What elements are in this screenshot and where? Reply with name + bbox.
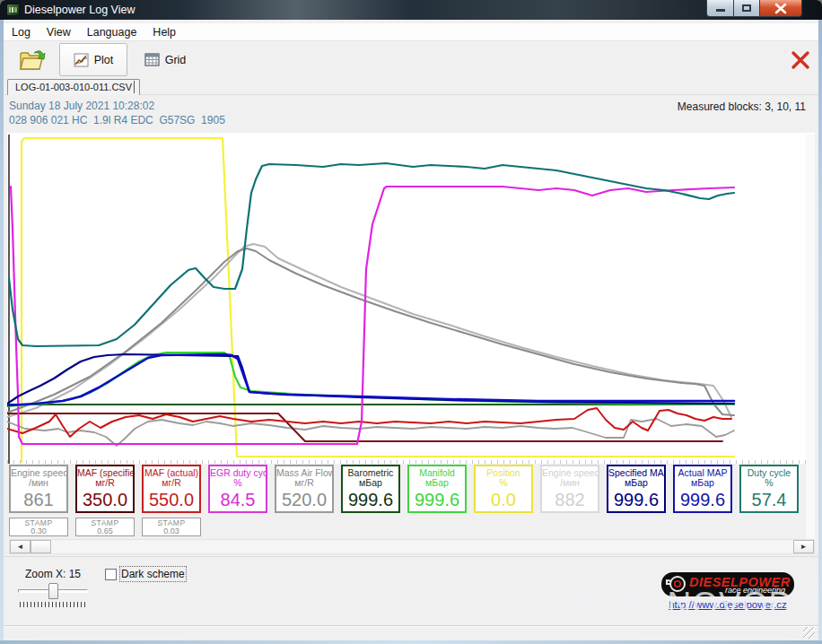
box-unit: /мин [542,478,598,488]
box-unit: мБар [343,478,398,488]
measurement-boxes: Engine speed /мин 861 MAF (specified) мг… [9,465,799,513]
box-unit: % [476,478,531,488]
box-maf-specified: MAF (specified) мг/R 350.0 [75,465,135,513]
stamp-2: STAMP 0.65 [75,518,135,536]
menu-help[interactable]: Help [144,24,184,40]
dark-scheme-checkbox[interactable] [105,569,117,580]
app-icon [6,4,20,16]
close-button[interactable] [760,0,802,17]
menu-view[interactable]: View [39,24,79,40]
log-plot[interactable] [7,133,815,464]
log-plot-canvas [7,133,815,464]
grid-button-label: Grid [165,54,187,66]
box-barometric: Barometric мБар 999.6 [341,465,400,513]
menu-language[interactable]: Language [79,24,145,40]
zoom-x-label: Zoom X: 15 [25,568,81,580]
box-unit: /мин [11,478,66,488]
box-egr-duty-cycle: EGR duty cycle % 84.5 [208,465,267,513]
grid-view-button[interactable]: Grid [136,43,194,76]
series-duty-cycle-line [9,163,734,346]
measured-blocks: Measured blocks: 3, 10, 11 [678,100,806,113]
scrollbar-thumb[interactable] [31,540,51,553]
box-value: 550.0 [144,488,199,511]
box-mass-air-flow: Mass Air Flow мг/R 520.0 [275,465,334,513]
box-unit: % [741,478,797,488]
toolbar: Plot Grid [4,41,818,79]
box-engine-speed-1: Engine speed /мин 861 [9,465,68,513]
close-icon [774,3,788,14]
dieselpower-link[interactable]: http://www.dieselpower.cz [661,599,794,610]
menu-bar: Log View Language Help [4,23,818,41]
open-file-button[interactable] [13,44,52,76]
window-border-left [0,20,4,644]
plot-button-label: Plot [94,54,114,66]
stamp-1: STAMP 0.30 [9,518,68,536]
box-engine-speed-2: Engine speed /мин 882 [540,465,599,513]
box-value: 882 [542,488,598,511]
dieselpower-logo: DIESELPOWER race engineering [661,572,794,596]
tab-log-file[interactable]: LOG-01-003-010-011.CSV [7,79,140,95]
grid-icon [144,53,160,66]
box-value: 999.6 [409,488,465,511]
box-unit: мг/R [144,478,199,488]
zoom-slider-ticks [20,602,86,607]
box-value: 999.6 [608,488,664,511]
scroll-right-button[interactable]: ► [793,540,814,553]
series-actual-map-line [7,354,734,405]
box-actual-map: Actual MAP мБар 999.6 [673,465,732,513]
close-log-button[interactable] [786,47,815,74]
plot-right-edge [806,135,815,540]
status-bar [4,625,818,640]
box-unit: мг/R [77,478,133,488]
box-maf-actual: MAF (actual) мг/R 550.0 [142,465,201,513]
box-unit: мБар [608,478,664,488]
plot-icon [74,53,89,67]
box-value: 350.0 [77,488,133,511]
resize-grip[interactable] [803,627,815,639]
box-value: 861 [11,488,66,511]
plot-view-button[interactable]: Plot [59,43,127,76]
box-unit: мг/R [276,478,332,488]
maximize-button[interactable] [734,0,760,17]
box-position: Position % 0.0 [474,465,533,513]
series-egr-duty-cycle-line [11,187,734,444]
tab-strip: LOG-01-003-010-011.CSV [4,79,818,95]
title-bar: Dieselpower Log View [0,0,822,20]
minimize-button[interactable] [706,0,734,17]
red-x-icon [790,49,811,71]
tab-divider [134,81,135,93]
stamp-value: 0.65 [76,527,134,535]
box-manifold: Manifold мБар 999.6 [407,465,467,513]
stamp-boxes: STAMP 0.30 STAMP 0.65 STAMP 0.03 [9,518,201,536]
log-datetime: Sunday 18 July 2021 10:28:02 [9,100,154,112]
box-value: 57.4 [741,488,797,511]
bottom-panel: Zoom X: 15 Dark scheme SHARANOVOD.RU DIE… [4,556,818,625]
info-bar: Sunday 18 July 2021 10:28:02 028 906 021… [4,95,818,133]
box-unit: мБар [409,478,465,488]
box-value: 0.0 [476,488,531,511]
window-title: Dieselpower Log View [24,4,135,16]
series-maf-actual-line [7,408,731,437]
menu-log[interactable]: Log [4,24,39,40]
minimize-icon [716,9,725,12]
window-border-right [818,20,822,644]
window-border-bottom [0,640,822,644]
dark-scheme-label[interactable]: Dark scheme [121,568,185,580]
logo-subtitle: race engineering [725,586,785,595]
open-folder-icon [18,48,47,73]
series-engine-speed-1-line [7,248,734,415]
scroll-left-button[interactable]: ◄ [10,540,31,553]
maximize-icon [742,4,751,12]
plot-horizontal-scrollbar[interactable]: ◄ ► [9,539,815,554]
box-value: 999.6 [343,488,398,511]
time-ruler [7,460,815,464]
app-window: Dieselpower Log View Log View Language H… [0,0,822,644]
series-engine-speed-2-line [7,244,731,417]
box-value: 84.5 [210,488,266,511]
turbo-icon [666,575,687,594]
ecu-identification: 028 906 021 HC 1.9l R4 EDC G57SG 1905 [9,114,225,126]
box-value: 999.6 [675,488,730,511]
box-duty-cycle: Duty cycle % 57.4 [739,465,799,513]
box-unit: мБар [675,478,730,488]
zoom-slider-thumb[interactable] [48,583,58,599]
